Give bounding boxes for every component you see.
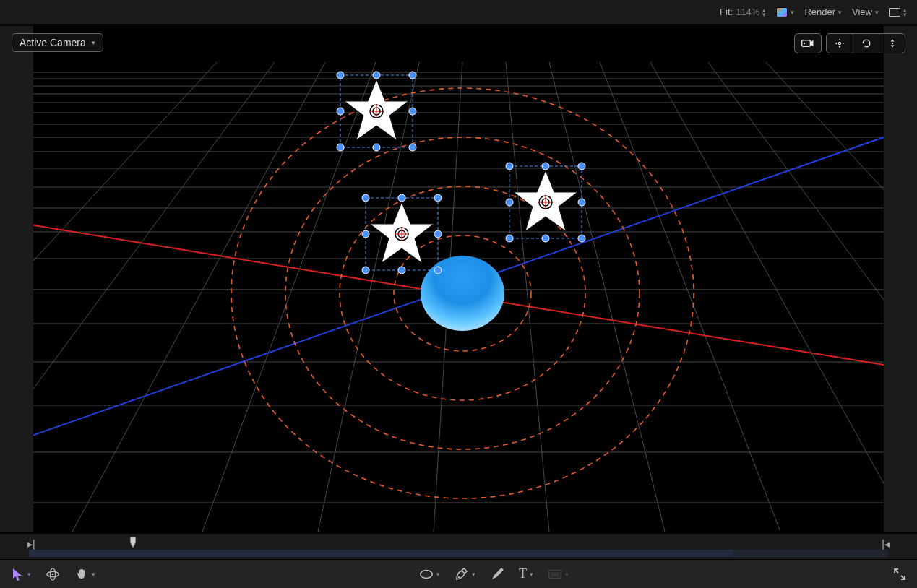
text-icon: T [519, 566, 527, 581]
chevron-down-icon: ▾ [436, 571, 440, 578]
view-menu[interactable]: View ▾ [852, 7, 879, 17]
svg-point-47 [337, 144, 344, 151]
svg-line-8 [600, 62, 780, 532]
color-channels-menu[interactable]: ▾ [776, 7, 794, 17]
svg-point-75 [506, 235, 513, 242]
star-object-2[interactable] [362, 194, 442, 274]
safe-zones-menu[interactable]: ▴▾ [889, 8, 907, 17]
canvas-margin-left [0, 26, 33, 532]
svg-point-56 [362, 194, 369, 202]
svg-rect-78 [802, 40, 811, 46]
svg-point-58 [434, 194, 442, 202]
canvas-margin-right [884, 26, 917, 532]
star-object-1[interactable] [337, 72, 416, 151]
svg-line-7 [549, 62, 665, 532]
chevron-down-icon: ▾ [530, 571, 533, 578]
shape-tool[interactable]: ▾ [419, 564, 440, 584]
svg-point-46 [409, 108, 416, 115]
paint-stroke-tool[interactable] [490, 564, 504, 584]
select-tool[interactable]: ▾ [10, 564, 31, 584]
svg-point-42 [337, 72, 344, 79]
svg-rect-88 [551, 572, 559, 576]
pan-3d-button[interactable] [827, 34, 853, 53]
svg-point-72 [578, 163, 585, 170]
camera-label: Active Camera [20, 37, 86, 48]
viewport-svg [0, 25, 917, 533]
canvas-viewport[interactable]: Active Camera ▾ [0, 25, 917, 533]
playhead[interactable] [129, 537, 137, 548]
bottom-toolbar: ▾ ▾ ▾ ▾ T ▾ ▾ [0, 559, 917, 588]
stepper-icon: ▴▾ [903, 8, 907, 17]
star-object-3[interactable] [506, 163, 585, 242]
svg-point-62 [398, 267, 405, 274]
svg-point-61 [362, 267, 369, 274]
svg-line-3 [202, 62, 376, 532]
orbit-3d-button[interactable] [853, 34, 879, 53]
chevron-down-icon: ▾ [92, 571, 95, 578]
camera-nav-tools [794, 33, 905, 53]
canvas-top-toolbar: Fit: 114% ▴▾ ▾ Render ▾ View ▾ ▴▾ [0, 0, 917, 25]
svg-point-81 [891, 43, 892, 44]
fullscreen-toggle[interactable] [892, 564, 907, 584]
svg-line-1 [0, 62, 275, 532]
out-point-marker[interactable]: |◂ [882, 538, 890, 550]
view-label: View [852, 7, 872, 17]
chevron-down-icon: ▾ [838, 9, 842, 16]
svg-point-74 [578, 199, 585, 206]
chevron-down-icon: ▾ [27, 571, 31, 578]
pan-tool[interactable]: ▾ [74, 564, 95, 584]
svg-point-84 [52, 573, 54, 575]
svg-point-73 [506, 199, 513, 206]
svg-point-70 [506, 163, 513, 170]
svg-point-85 [421, 570, 432, 578]
svg-point-59 [362, 230, 369, 238]
svg-point-63 [434, 267, 442, 274]
fit-zoom-control[interactable]: Fit: 114% ▴▾ [720, 7, 766, 17]
frame-camera-button[interactable] [795, 34, 821, 53]
chevron-down-icon: ▾ [565, 571, 569, 578]
in-point-marker[interactable]: ▸| [27, 538, 35, 550]
svg-line-4 [318, 62, 419, 532]
app-root: Fit: 114% ▴▾ ▾ Render ▾ View ▾ ▴▾ [0, 0, 917, 588]
svg-line-9 [650, 62, 910, 532]
svg-point-60 [434, 230, 442, 238]
render-label: Render [804, 7, 835, 17]
pen-tool[interactable]: ▾ [455, 564, 475, 584]
chevron-down-icon: ▾ [875, 9, 879, 16]
fit-value: 114% [736, 7, 759, 17]
render-menu[interactable]: Render ▾ [804, 7, 842, 17]
text-tool[interactable]: T ▾ [519, 564, 533, 584]
3d-transform-tool[interactable] [46, 564, 60, 584]
camera-view-dropdown[interactable]: Active Camera ▾ [12, 33, 103, 52]
chevron-down-icon: ▾ [791, 9, 794, 16]
svg-point-71 [542, 163, 549, 170]
timeline-track[interactable] [29, 550, 888, 557]
svg-point-76 [542, 235, 549, 242]
chevron-down-icon: ▾ [472, 571, 475, 578]
svg-point-80 [838, 42, 840, 44]
svg-point-77 [578, 235, 585, 242]
dolly-3d-button[interactable] [879, 34, 905, 53]
svg-point-44 [409, 72, 416, 79]
svg-point-49 [409, 144, 416, 151]
color-swatch-icon [776, 7, 788, 17]
stepper-icon: ▴▾ [762, 8, 766, 17]
svg-point-57 [398, 194, 405, 202]
canvas-3d-scene [0, 25, 917, 533]
mini-timeline[interactable]: ▸| |◂ [0, 533, 917, 559]
svg-line-6 [506, 62, 549, 532]
fit-label: Fit: [720, 7, 733, 17]
chevron-down-icon: ▾ [92, 39, 95, 46]
mask-tool: ▾ [548, 564, 569, 584]
rectangle-icon [889, 8, 900, 17]
svg-point-79 [804, 43, 806, 45]
svg-point-48 [373, 144, 380, 151]
svg-line-2 [72, 62, 325, 532]
svg-point-86 [458, 576, 460, 577]
svg-point-43 [373, 72, 380, 79]
svg-point-45 [337, 108, 344, 115]
sphere-object[interactable] [421, 256, 504, 331]
